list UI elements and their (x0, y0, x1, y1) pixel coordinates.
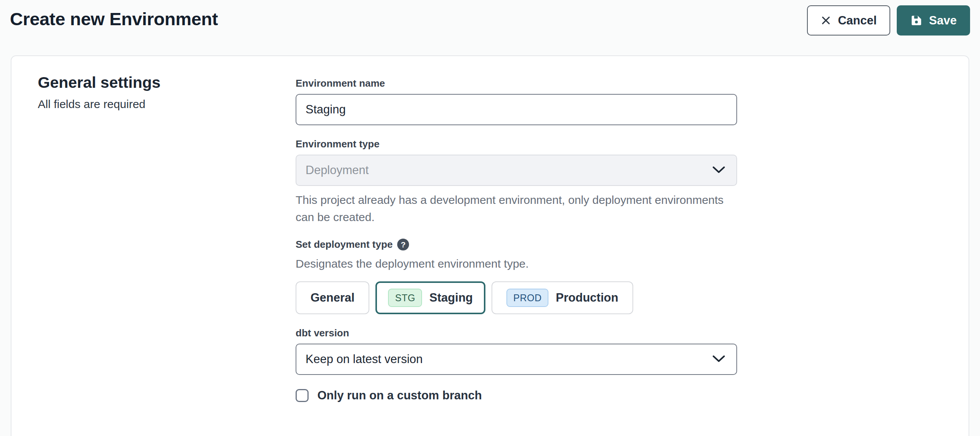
deployment-type-option-staging[interactable]: STG Staging (375, 281, 485, 314)
custom-branch-row: Only run on a custom branch (296, 389, 737, 402)
section-title: General settings (38, 74, 296, 92)
dbt-version-value: Keep on latest version (306, 352, 423, 366)
environment-type-select[interactable]: Deployment (296, 155, 737, 186)
deployment-type-option-general-label: General (310, 291, 354, 305)
x-icon (820, 15, 831, 26)
page-title: Create new Environment (10, 8, 218, 29)
environment-type-field: Environment type Deployment This project… (296, 138, 737, 226)
deployment-type-field: Set deployment type ? Designates the dep… (296, 239, 737, 314)
save-button-label: Save (929, 14, 957, 27)
stg-badge: STG (388, 289, 422, 307)
card-body: General settings All fields are required… (11, 56, 969, 402)
section-intro: General settings All fields are required (38, 74, 296, 402)
chevron-down-icon (712, 163, 726, 177)
dbt-version-select[interactable]: Keep on latest version (296, 344, 737, 375)
environment-type-helper: This project already has a development e… (296, 191, 737, 226)
environment-type-value: Deployment (306, 163, 369, 177)
settings-form: Environment name Environment type Deploy… (296, 74, 737, 402)
deployment-type-label-row: Set deployment type ? (296, 239, 737, 250)
deployment-type-options: General STG Staging PROD Production (296, 281, 737, 314)
cancel-button[interactable]: Cancel (807, 5, 890, 36)
deployment-type-option-staging-label: Staging (429, 291, 473, 305)
section-subtitle: All fields are required (38, 98, 296, 111)
custom-branch-checkbox[interactable] (296, 389, 309, 402)
deployment-type-option-production[interactable]: PROD Production (492, 281, 633, 314)
environment-name-label: Environment name (296, 78, 737, 89)
dbt-version-label: dbt version (296, 327, 737, 339)
environment-name-input[interactable] (296, 94, 737, 125)
header-actions: Cancel Save (807, 5, 970, 36)
dbt-version-field: dbt version Keep on latest version (296, 327, 737, 375)
question-circle-icon[interactable]: ? (397, 239, 409, 250)
environment-name-field: Environment name (296, 78, 737, 125)
deployment-type-option-production-label: Production (556, 291, 618, 305)
save-button[interactable]: Save (897, 5, 970, 36)
prod-badge: PROD (506, 289, 548, 307)
chevron-down-icon (712, 352, 726, 366)
floppy-disk-icon (910, 14, 923, 27)
deployment-type-option-general[interactable]: General (296, 281, 369, 314)
deployment-type-label: Set deployment type (296, 239, 393, 250)
environment-type-label: Environment type (296, 138, 737, 150)
deployment-type-description: Designates the deployment environment ty… (296, 255, 737, 272)
custom-branch-label: Only run on a custom branch (317, 389, 482, 402)
cancel-button-label: Cancel (838, 14, 877, 27)
general-settings-card: General settings All fields are required… (11, 55, 969, 436)
page-header: Create new Environment Cancel Save (0, 0, 980, 36)
